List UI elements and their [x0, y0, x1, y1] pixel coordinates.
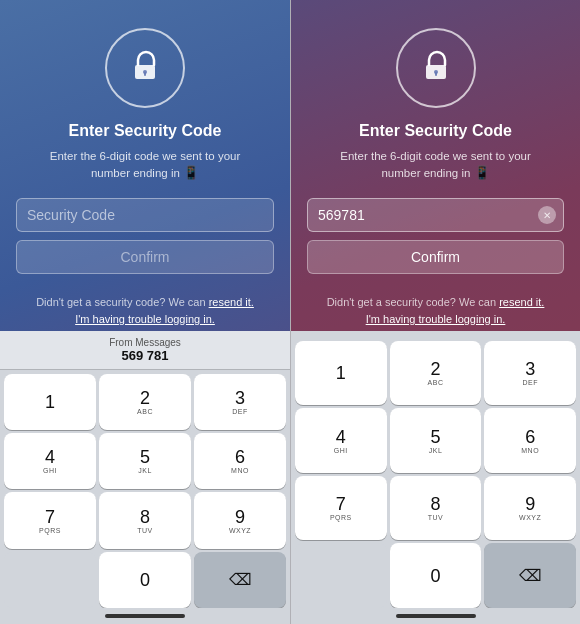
backspace-key[interactable]: ⌫ [484, 543, 576, 608]
resend-link[interactable]: resend it. [209, 296, 254, 308]
key-row-2: 7PQRS8TUV9WXYZ [295, 476, 576, 541]
svg-rect-2 [144, 72, 146, 76]
suggestion-from: From Messages [10, 337, 280, 348]
enter-subtitle: Enter the 6-digit code we sent to your n… [311, 148, 560, 182]
security-code-input[interactable] [16, 198, 274, 232]
key-letters: GHI [334, 447, 348, 454]
key-number: 1 [45, 393, 55, 411]
home-indicator [291, 608, 580, 624]
key-letters: PQRS [330, 514, 352, 521]
key-letters: TUV [428, 514, 444, 521]
key-letters: DEF [232, 408, 248, 415]
phone-panel-right: Enter Security CodeEnter the 6-digit cod… [290, 0, 580, 624]
key-8[interactable]: 8TUV [390, 476, 482, 541]
key-9[interactable]: 9WXYZ [484, 476, 576, 541]
resend-link[interactable]: resend it. [499, 296, 544, 308]
key-2[interactable]: 2ABC [390, 341, 482, 406]
key-row-1: 4GHI5JKL6MNO [295, 408, 576, 473]
key-5[interactable]: 5JKL [99, 433, 191, 489]
key-number: 7 [336, 495, 346, 513]
resend-section: Didn't get a security code? We can resen… [0, 284, 290, 331]
backspace-key[interactable]: ⌫ [194, 552, 286, 608]
phone-emoji: 📱 [183, 164, 199, 182]
key-letters: MNO [231, 467, 249, 474]
key-number: 2 [431, 360, 441, 378]
keypad: 12ABC3DEF4GHI5JKL6MNO7PQRS8TUV9WXYZ0⌫ [0, 370, 290, 608]
home-bar [105, 614, 185, 618]
keyboard-suggestion[interactable]: From Messages569 781 [0, 331, 290, 370]
key-number: 9 [235, 508, 245, 526]
key-letters: WXYZ [229, 527, 251, 534]
key-number: 8 [140, 508, 150, 526]
key-6[interactable]: 6MNO [194, 433, 286, 489]
key-0[interactable]: 0 [99, 552, 191, 608]
key-7[interactable]: 7PQRS [295, 476, 387, 541]
enter-subtitle: Enter the 6-digit code we sent to your n… [20, 148, 270, 182]
confirm-button[interactable]: Confirm [16, 240, 274, 274]
key-number: 3 [235, 389, 245, 407]
input-section: Confirm [0, 198, 290, 284]
key-letters: WXYZ [519, 514, 541, 521]
input-section: ✕Confirm [291, 198, 580, 284]
key-number: 1 [336, 364, 346, 382]
key-2[interactable]: 2ABC [99, 374, 191, 430]
key-4[interactable]: 4GHI [4, 433, 96, 489]
key-letters: ABC [428, 379, 444, 386]
key-letters: DEF [522, 379, 538, 386]
key-row-3: 0⌫ [295, 543, 576, 608]
lock-icon [127, 48, 163, 88]
key-number: 0 [431, 567, 441, 585]
key-number: 6 [525, 428, 535, 446]
phone-panel-left: Enter Security CodeEnter the 6-digit cod… [0, 0, 290, 624]
key-letters: ABC [137, 408, 153, 415]
key-number: 3 [525, 360, 535, 378]
keyboard-area: 12ABC3DEF4GHI5JKL6MNO7PQRS8TUV9WXYZ0⌫ [291, 331, 580, 624]
key-1[interactable]: 1 [295, 341, 387, 406]
security-code-input[interactable] [307, 198, 564, 232]
key-row-0: 12ABC3DEF [4, 374, 286, 430]
key-7[interactable]: 7PQRS [4, 492, 96, 548]
key-number: 4 [336, 428, 346, 446]
empty-key [4, 552, 96, 608]
phone-emoji: 📱 [474, 164, 490, 182]
keyboard-area: From Messages569 78112ABC3DEF4GHI5JKL6MN… [0, 331, 290, 624]
key-5[interactable]: 5JKL [390, 408, 482, 473]
backspace-icon: ⌫ [229, 570, 252, 589]
enter-title: Enter Security Code [359, 122, 512, 140]
key-3[interactable]: 3DEF [194, 374, 286, 430]
trouble-link[interactable]: I'm having trouble logging in. [307, 313, 564, 325]
key-number: 5 [140, 448, 150, 466]
empty-key [295, 543, 387, 608]
key-row-0: 12ABC3DEF [295, 341, 576, 406]
key-3[interactable]: 3DEF [484, 341, 576, 406]
key-letters: GHI [43, 467, 57, 474]
key-number: 8 [431, 495, 441, 513]
enter-title: Enter Security Code [69, 122, 222, 140]
top-section: Enter Security CodeEnter the 6-digit cod… [291, 0, 580, 198]
lock-icon [418, 48, 454, 88]
input-wrapper: ✕ [307, 198, 564, 232]
key-1[interactable]: 1 [4, 374, 96, 430]
svg-rect-5 [435, 72, 437, 76]
clear-input-button[interactable]: ✕ [538, 206, 556, 224]
key-9[interactable]: 9WXYZ [194, 492, 286, 548]
key-letters: TUV [137, 527, 153, 534]
trouble-link[interactable]: I'm having trouble logging in. [16, 313, 274, 325]
key-row-1: 4GHI5JKL6MNO [4, 433, 286, 489]
suggestion-code: 569 781 [10, 348, 280, 363]
key-6[interactable]: 6MNO [484, 408, 576, 473]
key-letters: JKL [429, 447, 443, 454]
key-8[interactable]: 8TUV [99, 492, 191, 548]
key-row-3: 0⌫ [4, 552, 286, 608]
top-section: Enter Security CodeEnter the 6-digit cod… [0, 0, 290, 198]
key-0[interactable]: 0 [390, 543, 482, 608]
keypad: 12ABC3DEF4GHI5JKL6MNO7PQRS8TUV9WXYZ0⌫ [291, 337, 580, 608]
key-number: 0 [140, 571, 150, 589]
key-number: 2 [140, 389, 150, 407]
key-number: 9 [525, 495, 535, 513]
key-4[interactable]: 4GHI [295, 408, 387, 473]
key-row-2: 7PQRS8TUV9WXYZ [4, 492, 286, 548]
confirm-button[interactable]: Confirm [307, 240, 564, 274]
backspace-icon: ⌫ [519, 566, 542, 585]
key-letters: MNO [521, 447, 539, 454]
